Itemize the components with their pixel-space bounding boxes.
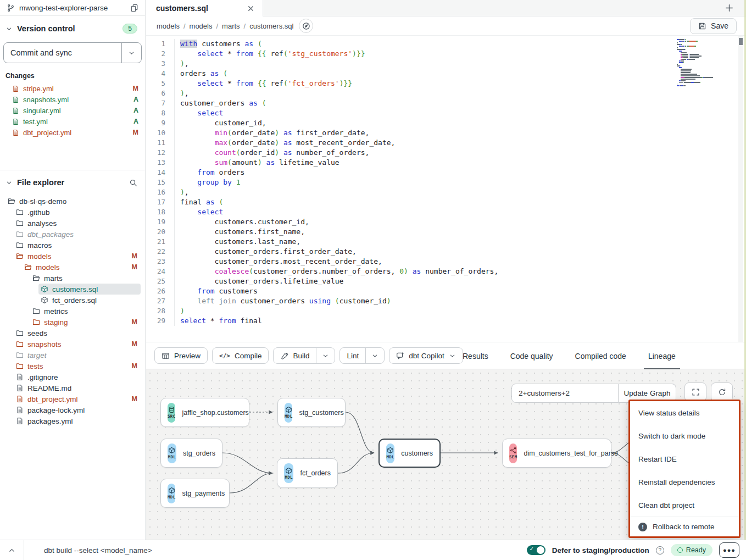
code-line-content[interactable]: customer_orders.lifetime_value — [175, 276, 343, 286]
code-line[interactable]: 4orders as ( — [146, 69, 746, 79]
code-line[interactable]: 13 sum(amount) as lifetime_value — [146, 158, 746, 168]
file-tree-item-staging[interactable]: stagingM — [30, 317, 141, 328]
code-line-content[interactable]: customers.first_name, — [175, 227, 305, 237]
file-tree-item-tests[interactable]: testsM — [14, 361, 141, 372]
lint-dropdown-toggle[interactable] — [365, 348, 384, 363]
code-line-content[interactable]: max(order_date) as most_recent_order_dat… — [175, 138, 395, 148]
defer-toggle[interactable]: ✓ — [527, 545, 545, 555]
code-line-content[interactable]: select * from {{ ref('stg_customers')}} — [175, 49, 365, 59]
refresh-graph-button[interactable] — [711, 382, 733, 402]
code-line[interactable]: 18 select — [146, 207, 746, 217]
tab-compiled-code[interactable]: Compiled code — [574, 342, 627, 370]
commit-dropdown-toggle[interactable] — [121, 43, 141, 63]
code-line-content[interactable]: ), — [175, 187, 189, 197]
file-tree-item-packages-yml[interactable]: packages.yml — [14, 415, 141, 426]
code-line[interactable]: 5 select * from {{ ref('fct_orders')}} — [146, 79, 746, 88]
lineage-node-stg_payments[interactable]: MDLstg_payments — [160, 479, 230, 508]
menu-item-reinstall-dependencies[interactable]: Reinstall dependencies — [630, 470, 739, 494]
code-line[interactable]: 21 customers.last_name, — [146, 237, 746, 247]
code-line-content[interactable]: with customers as ( — [175, 39, 262, 49]
code-line-content[interactable]: customers.last_name, — [175, 237, 300, 247]
lineage-node-dim_customers_test_for_parse[interactable]: SEMdim_customers_test_for_parse — [502, 439, 611, 468]
code-line[interactable]: 6), — [146, 88, 746, 98]
code-line-content[interactable]: sum(amount) as lifetime_value — [175, 158, 339, 168]
file-tree-item-db-sl-qs-demo[interactable]: db-sl-qs-demo — [5, 196, 141, 207]
code-line[interactable]: 22 customer_orders.first_order_date, — [146, 247, 746, 257]
change-row[interactable]: singular.ymlA — [0, 105, 145, 116]
code-line-content[interactable]: ), — [175, 88, 189, 98]
open-in-explorer-button[interactable] — [299, 19, 313, 33]
lineage-node-jaffle_shop_customers[interactable]: SRCjaffle_shop.customers — [160, 398, 249, 427]
code-line-content[interactable]: customer_orders.first_order_date, — [175, 247, 357, 257]
tab-code-quality[interactable]: Code quality — [509, 342, 554, 370]
file-tree-item--gitignore[interactable]: .gitignore — [14, 372, 141, 382]
menu-item-rollback-to-remote[interactable]: ! Rollback to remote — [630, 517, 739, 536]
file-tree-item-models[interactable]: modelsM — [14, 251, 141, 262]
lineage-node-stg_customers[interactable]: MDLstg_customers — [277, 398, 346, 427]
lineage-node-stg_orders[interactable]: MDLstg_orders — [160, 439, 222, 468]
file-tree-item-dbt-packages[interactable]: dbt_packages — [14, 229, 141, 240]
code-line[interactable]: 10 min(order_date) as first_order_date, — [146, 128, 746, 138]
tab-lineage[interactable]: Lineage — [647, 342, 677, 370]
new-tab-icon[interactable] — [725, 3, 734, 13]
code-area[interactable]: 1with customers as (2 select * from {{ r… — [146, 36, 746, 342]
code-line-content[interactable]: ) — [175, 306, 185, 316]
code-line-content[interactable]: customer_orders.most_recent_order_date, — [175, 257, 382, 267]
command-input[interactable]: dbt build --select <model_name> — [44, 546, 152, 555]
code-line[interactable]: 15 group by 1 — [146, 178, 746, 187]
code-line[interactable]: 14 from orders — [146, 168, 746, 178]
code-line-content[interactable]: coalesce(customer_orders.number_of_order… — [175, 267, 498, 276]
file-tree-item-dbt-project-yml[interactable]: dbt_project.ymlM — [14, 393, 141, 404]
code-line[interactable]: 2 select * from {{ ref('stg_customers')}… — [146, 49, 746, 59]
save-button[interactable]: Save — [690, 18, 737, 34]
file-tree-item--github[interactable]: .github — [14, 207, 141, 218]
close-icon[interactable] — [247, 4, 255, 13]
scrollbar-thumb[interactable] — [739, 38, 743, 45]
commit-and-sync-label[interactable]: Commit and sync — [4, 43, 121, 63]
change-row[interactable]: test.ymlA — [0, 116, 145, 127]
file-tree-item-marts[interactable]: marts — [30, 273, 141, 284]
code-line-content[interactable]: ), — [175, 59, 189, 69]
preview-button[interactable]: Preview — [154, 347, 208, 364]
code-line[interactable]: 25 customer_orders.lifetime_value — [146, 276, 746, 286]
code-line-content[interactable]: min(order_date) as first_order_date, — [175, 128, 369, 138]
code-line-content[interactable]: customers.customer_id, — [175, 217, 309, 227]
code-line-content[interactable]: count(order_id) as number_of_orders, — [175, 148, 369, 158]
code-line[interactable]: 17final as ( — [146, 197, 746, 207]
search-icon[interactable] — [129, 179, 137, 187]
chevron-down-icon[interactable] — [5, 25, 13, 32]
lineage-selector-input[interactable]: 2+customers+2 — [511, 384, 619, 403]
code-line[interactable]: 3), — [146, 59, 746, 69]
ide-options-button[interactable]: ●●● — [719, 542, 739, 558]
code-line-content[interactable]: customer_orders as ( — [175, 98, 266, 108]
dbt-copilot-button[interactable]: dbt Copilot — [389, 347, 463, 364]
file-tree-item-analyses[interactable]: analyses — [14, 218, 141, 229]
change-row[interactable]: snapshots.ymlA — [0, 94, 145, 105]
code-line[interactable]: 29select * from final — [146, 316, 746, 326]
build-dropdown-toggle[interactable] — [316, 348, 335, 363]
change-row[interactable]: stripe.ymlM — [0, 83, 145, 94]
editor-scrollbar[interactable] — [738, 36, 743, 342]
file-tree-item-customers-sql[interactable]: customers.sql — [38, 284, 141, 295]
tab-results[interactable]: Results — [461, 342, 489, 370]
code-line-content[interactable]: select * from final — [175, 316, 262, 326]
lineage-node-fct_orders[interactable]: MDLfct_orders — [277, 458, 338, 488]
lineage-node-customers[interactable]: MDLcustomers — [378, 439, 441, 468]
file-tree-item-metrics[interactable]: metrics — [30, 306, 141, 317]
commit-and-sync-button[interactable]: Commit and sync — [3, 42, 142, 63]
code-line[interactable]: 20 customers.first_name, — [146, 227, 746, 237]
code-line[interactable]: 9 customer_id, — [146, 118, 746, 128]
compile-button[interactable]: </>Compile — [212, 347, 269, 364]
menu-item-restart-ide[interactable]: Restart IDE — [630, 447, 739, 470]
code-line-content[interactable]: orders as ( — [175, 69, 227, 79]
breadcrumb-item[interactable]: marts — [222, 22, 240, 30]
code-line[interactable]: 8 select — [146, 108, 746, 118]
file-tree-item-readme-md[interactable]: README.md — [14, 382, 141, 393]
lint-button[interactable]: Lint — [339, 347, 385, 364]
change-row[interactable]: dbt_project.ymlM — [0, 127, 145, 138]
code-line[interactable]: 19 customers.customer_id, — [146, 217, 746, 227]
code-line[interactable]: 12 count(order_id) as number_of_orders, — [146, 148, 746, 158]
code-line[interactable]: 26 from customers — [146, 286, 746, 296]
code-editor[interactable]: 1with customers as (2 select * from {{ r… — [146, 36, 746, 342]
code-line-content[interactable]: final as ( — [175, 197, 223, 207]
